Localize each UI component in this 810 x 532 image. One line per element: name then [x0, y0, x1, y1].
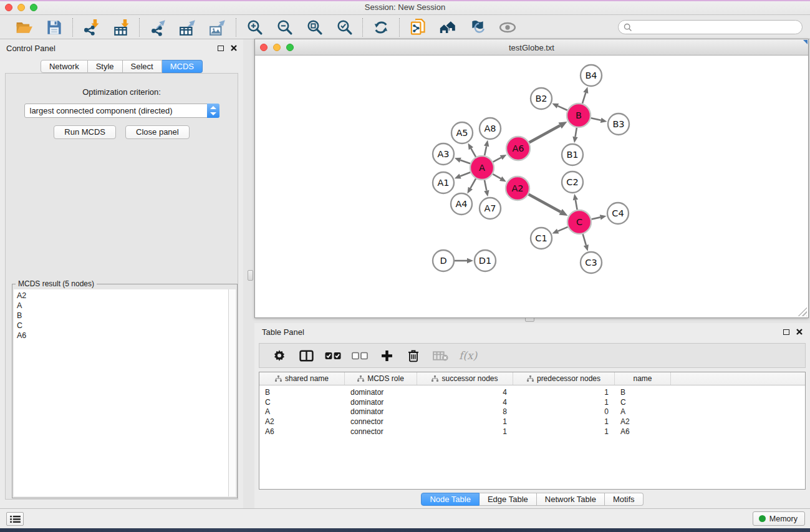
graph-node-B2[interactable]: B2: [531, 88, 552, 109]
table-cell[interactable]: C: [259, 397, 345, 407]
mcds-result-item[interactable]: A6: [14, 331, 236, 341]
export-image-icon[interactable]: [208, 17, 228, 37]
graph-node-A[interactable]: A: [470, 156, 494, 180]
mcds-result-item[interactable]: A2: [14, 291, 236, 301]
graph-node-D[interactable]: D: [433, 250, 454, 271]
table-cell[interactable]: 0: [513, 407, 615, 417]
graph-edge-C-C3[interactable]: [583, 234, 586, 245]
table-cell[interactable]: A2: [259, 417, 345, 427]
close-panel-button[interactable]: Close panel: [125, 125, 190, 139]
search-field[interactable]: [618, 20, 803, 34]
network-window-titlebar[interactable]: testGlobe.txt: [255, 39, 808, 56]
graph-node-B[interactable]: B: [567, 104, 591, 127]
tab-select[interactable]: Select: [123, 60, 162, 73]
table-cell[interactable]: 1: [417, 417, 513, 427]
settings-gear-icon[interactable]: [271, 347, 287, 364]
table-cell[interactable]: 1: [513, 427, 615, 437]
table-cell[interactable]: 1: [513, 397, 615, 407]
graph-edge-A-A5[interactable]: [471, 148, 476, 157]
table-row[interactable]: Adominator80A: [259, 407, 805, 417]
column-header-shared-name[interactable]: shared name: [259, 372, 345, 385]
table-cell[interactable]: 4: [417, 387, 513, 397]
network-canvas[interactable]: AA1A2A3A4A5A6A7A8BB1B2B3B4CC1C2C3C4DD1: [255, 56, 808, 317]
graph-edge-C-C1[interactable]: [558, 227, 568, 231]
zoom-fit-icon[interactable]: [304, 17, 324, 37]
tab-node-table[interactable]: Node Table: [421, 493, 480, 506]
graph-edge-B-B1[interactable]: [576, 128, 577, 137]
table-cell[interactable]: 1: [513, 417, 615, 427]
zoom-out-icon[interactable]: [274, 17, 294, 37]
result-list-scrollbar[interactable]: [228, 289, 236, 496]
table-cell[interactable]: A6: [615, 427, 671, 437]
zoom-in-icon[interactable]: [244, 17, 264, 37]
graph-node-A6[interactable]: A6: [506, 137, 530, 160]
save-session-icon[interactable]: [44, 17, 64, 37]
delete-row-icon[interactable]: [405, 347, 422, 364]
export-table-icon[interactable]: [178, 17, 198, 37]
run-mcds-button[interactable]: Run MCDS: [54, 125, 116, 139]
table-cell[interactable]: B: [615, 387, 671, 397]
vertical-splitter-handle[interactable]: [248, 270, 253, 281]
tab-network[interactable]: Network: [41, 60, 88, 73]
graph-edge-A6-B[interactable]: [529, 125, 561, 142]
table-cell[interactable]: dominator: [345, 397, 417, 407]
table-cell[interactable]: 1: [513, 387, 615, 397]
graph-edge-A-A8[interactable]: [485, 146, 486, 155]
deselect-all-checkboxes-icon[interactable]: [352, 347, 368, 364]
graph-edge-C-C4[interactable]: [592, 217, 600, 219]
table-cell[interactable]: A2: [615, 417, 671, 427]
graph-node-A7[interactable]: A7: [480, 198, 501, 219]
table-cell[interactable]: dominator: [345, 407, 417, 417]
show-all-networks-icon[interactable]: [438, 17, 458, 37]
delete-table-icon[interactable]: [432, 347, 448, 364]
graph-edge-A-A3[interactable]: [460, 160, 470, 164]
tab-edge-table[interactable]: Edge Table: [480, 493, 537, 506]
eye-icon[interactable]: [498, 17, 518, 37]
graph-edge-A-A2[interactable]: [493, 174, 501, 178]
table-cell[interactable]: dominator: [345, 387, 417, 397]
columns-icon[interactable]: [298, 347, 314, 364]
float-panel-icon[interactable]: [218, 46, 224, 51]
graph-edge-B-B4[interactable]: [582, 93, 586, 104]
table-cell[interactable]: A: [615, 407, 671, 417]
tab-style[interactable]: Style: [88, 60, 123, 73]
graph-edge-A-A6[interactable]: [493, 158, 501, 162]
mcds-result-item[interactable]: A: [14, 301, 236, 311]
table-cell[interactable]: C: [615, 397, 671, 407]
optimization-criterion-dropdown[interactable]: largest connected component (directed): [24, 104, 219, 118]
graph-node-B4[interactable]: B4: [581, 65, 602, 86]
graph-edge-C-C2[interactable]: [576, 200, 577, 210]
table-cell[interactable]: B: [259, 387, 345, 397]
table-cell[interactable]: connector: [345, 427, 417, 437]
mcds-result-item[interactable]: C: [14, 321, 236, 331]
import-table-icon[interactable]: [111, 17, 131, 37]
graph-node-C1[interactable]: C1: [531, 228, 552, 249]
memory-button[interactable]: Memory: [753, 511, 805, 526]
search-input[interactable]: [632, 21, 802, 34]
table-cell[interactable]: connector: [345, 417, 417, 427]
export-network-icon[interactable]: [148, 17, 168, 37]
close-panel-icon[interactable]: [231, 45, 237, 51]
mcds-result-item[interactable]: B: [14, 311, 236, 321]
graph-node-C2[interactable]: C2: [562, 172, 583, 193]
graph-node-A1[interactable]: A1: [433, 172, 454, 193]
close-table-panel-icon[interactable]: [796, 329, 803, 335]
graph-edge-B-B3[interactable]: [591, 118, 601, 120]
refresh-layout-icon[interactable]: [371, 17, 391, 37]
table-cell[interactable]: 1: [417, 427, 513, 437]
graph-edge-B-B2[interactable]: [557, 106, 567, 110]
graph-node-A8[interactable]: A8: [480, 118, 501, 139]
open-file-icon[interactable]: [14, 17, 34, 37]
graph-node-A2[interactable]: A2: [506, 177, 529, 200]
graph-node-A3[interactable]: A3: [433, 143, 454, 165]
clone-network-icon[interactable]: [408, 17, 428, 37]
graph-node-A5[interactable]: A5: [451, 122, 473, 143]
column-header-name[interactable]: name: [615, 372, 671, 385]
graphics-details-icon[interactable]: [468, 17, 488, 37]
graph-edge-A-A1[interactable]: [460, 172, 470, 176]
table-row[interactable]: A2connector11A2: [259, 417, 805, 427]
task-history-button[interactable]: [6, 512, 24, 526]
graph-edge-A-A7[interactable]: [485, 180, 486, 191]
table-cell[interactable]: 8: [417, 407, 513, 417]
table-cell[interactable]: A6: [259, 427, 345, 437]
